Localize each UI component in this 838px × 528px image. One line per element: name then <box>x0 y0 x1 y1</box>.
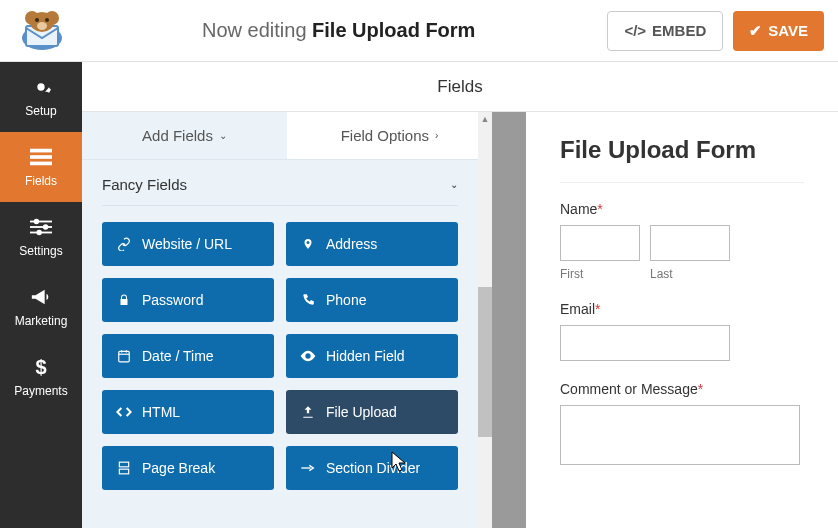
email-input[interactable] <box>560 325 730 361</box>
email-label: Email* <box>560 301 804 317</box>
app-logo <box>14 8 70 54</box>
svg-point-16 <box>37 231 41 235</box>
first-name-input[interactable] <box>560 225 640 261</box>
field-label: Section Divider <box>326 460 420 476</box>
sidebar-label: Settings <box>19 244 62 258</box>
sidebar-label: Payments <box>14 384 67 398</box>
field-label: Page Break <box>142 460 215 476</box>
sliders-icon <box>30 216 52 238</box>
pagebreak-icon <box>116 461 132 475</box>
check-icon: ✔ <box>749 22 762 40</box>
panel-title: Fields <box>82 62 838 112</box>
svg-point-12 <box>35 220 39 224</box>
field-file-upload[interactable]: File Upload <box>286 390 458 434</box>
sidebar-item-setup[interactable]: Setup <box>0 62 82 132</box>
svg-rect-18 <box>119 351 130 362</box>
list-icon <box>30 146 52 168</box>
phone-icon <box>300 293 316 307</box>
dollar-icon: $ <box>30 356 52 378</box>
code-icon <box>116 406 132 418</box>
field-label: HTML <box>142 404 180 420</box>
field-label: Phone <box>326 292 366 308</box>
sidebar-label: Setup <box>25 104 56 118</box>
field-label: Hidden Field <box>326 348 405 364</box>
comment-label: Comment or Message* <box>560 381 804 397</box>
field-address[interactable]: Address <box>286 222 458 266</box>
field-label: Password <box>142 292 203 308</box>
form-title: File Upload Form <box>560 136 804 183</box>
svg-rect-22 <box>119 462 128 467</box>
name-label: Name* <box>560 201 804 217</box>
form-preview: File Upload Form Name* First Last <box>526 112 838 528</box>
link-icon <box>116 237 132 251</box>
tab-field-options[interactable]: Field Options› <box>287 112 492 159</box>
scroll-up-icon[interactable]: ▲ <box>478 112 492 126</box>
field-label: File Upload <box>326 404 397 420</box>
sidebar-item-settings[interactable]: Settings <box>0 202 82 272</box>
field-hidden-field[interactable]: Hidden Field <box>286 334 458 378</box>
upload-icon <box>300 405 316 419</box>
svg-point-5 <box>35 18 39 22</box>
field-html[interactable]: HTML <box>102 390 274 434</box>
sidebar-label: Marketing <box>15 314 68 328</box>
field-label: Date / Time <box>142 348 214 364</box>
last-name-input[interactable] <box>650 225 730 261</box>
field-label: Address <box>326 236 377 252</box>
chevron-down-icon: ⌄ <box>219 130 227 141</box>
divider-icon <box>300 463 316 473</box>
calendar-icon <box>116 349 132 363</box>
svg-rect-10 <box>30 162 52 166</box>
field-date-time[interactable]: Date / Time <box>102 334 274 378</box>
svg-text:$: $ <box>35 356 46 378</box>
field-website-url[interactable]: Website / URL <box>102 222 274 266</box>
scroll-thumb[interactable] <box>478 287 492 437</box>
editing-title: Now editing File Upload Form <box>70 19 607 42</box>
bullhorn-icon <box>30 286 52 308</box>
comment-textarea[interactable] <box>560 405 800 465</box>
fields-panel: ▲ Add Fields⌄ Field Options› Fancy Field… <box>82 112 492 528</box>
field-section-divider[interactable]: Section Divider <box>286 446 458 490</box>
svg-rect-9 <box>30 155 52 159</box>
svg-rect-8 <box>30 149 52 153</box>
top-bar: Now editing File Upload Form </> EMBED ✔… <box>0 0 838 62</box>
sidebar-item-payments[interactable]: $ Payments <box>0 342 82 412</box>
group-fancy-fields[interactable]: Fancy Fields ⌄ <box>102 160 458 206</box>
last-sublabel: Last <box>650 267 730 281</box>
svg-point-7 <box>37 22 47 30</box>
eye-icon <box>300 350 316 362</box>
code-icon: </> <box>624 22 646 39</box>
chevron-right-icon: › <box>435 130 438 141</box>
tab-add-fields[interactable]: Add Fields⌄ <box>82 112 287 159</box>
svg-point-14 <box>44 225 48 229</box>
first-sublabel: First <box>560 267 640 281</box>
field-page-break[interactable]: Page Break <box>102 446 274 490</box>
save-button[interactable]: ✔ SAVE <box>733 11 824 51</box>
sidebar-label: Fields <box>25 174 57 188</box>
field-label: Website / URL <box>142 236 232 252</box>
embed-button[interactable]: </> EMBED <box>607 11 723 51</box>
left-sidebar: Setup Fields Settings Marketing $ Paymen… <box>0 62 82 528</box>
pin-icon <box>300 236 316 252</box>
lock-icon <box>116 293 132 307</box>
gear-icon <box>30 76 52 98</box>
panel-divider[interactable] <box>492 112 526 528</box>
svg-rect-23 <box>119 469 128 474</box>
chevron-down-icon: ⌄ <box>450 179 458 190</box>
svg-point-6 <box>45 18 49 22</box>
sidebar-item-marketing[interactable]: Marketing <box>0 272 82 342</box>
field-password[interactable]: Password <box>102 278 274 322</box>
sidebar-item-fields[interactable]: Fields <box>0 132 82 202</box>
field-phone[interactable]: Phone <box>286 278 458 322</box>
